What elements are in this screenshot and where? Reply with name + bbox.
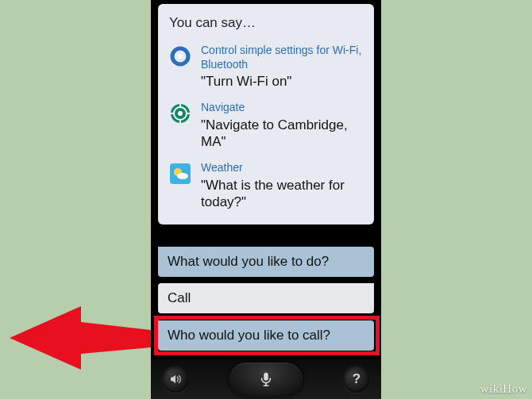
assistant-prompt-bubble: What would you like to do? — [158, 247, 374, 277]
card-title: You can say… — [166, 10, 366, 39]
suggestion-label: Control simple settings for Wi-Fi, Bluet… — [201, 44, 363, 71]
listen-button[interactable] — [162, 366, 189, 393]
suggestion-label: Weather — [201, 161, 363, 175]
suggestion-item[interactable]: Weather "What is the weather for today?" — [166, 156, 366, 217]
help-button[interactable]: ? — [343, 366, 370, 393]
mic-button[interactable] — [229, 363, 303, 396]
phone-frame: You can say… Control simple settings for… — [151, 0, 381, 399]
speaker-icon — [168, 372, 183, 386]
tutorial-arrow-icon — [10, 282, 152, 370]
suggestion-item[interactable]: Control simple settings for Wi-Fi, Bluet… — [166, 39, 366, 96]
weather-icon — [169, 163, 191, 185]
settings-ring-icon — [169, 45, 191, 67]
question-mark-icon: ? — [353, 371, 360, 387]
svg-point-4 — [178, 111, 183, 116]
mic-icon — [257, 370, 275, 388]
svg-point-7 — [177, 173, 188, 179]
suggestion-example: "Navigate to Cambridge, MA" — [201, 117, 363, 151]
svg-marker-9 — [10, 306, 151, 370]
suggestion-example: "What is the weather for today?" — [201, 177, 363, 211]
suggestion-label: Navigate — [201, 101, 363, 115]
suggestion-item[interactable]: Navigate "Navigate to Cambridge, MA" — [166, 96, 366, 156]
suggestion-card: You can say… Control simple settings for… — [158, 4, 374, 224]
svg-point-1 — [178, 54, 183, 59]
suggestion-text: Control simple settings for Wi-Fi, Bluet… — [201, 44, 363, 90]
watermark-label: wikiHow — [480, 382, 527, 396]
navigate-icon — [169, 102, 191, 125]
user-utterance-bubble: Call — [158, 283, 374, 313]
svg-rect-8 — [264, 373, 268, 381]
suggestion-example: "Turn Wi-Fi on" — [201, 73, 363, 90]
bottom-toolbar: ? — [151, 359, 381, 399]
assistant-followup-bubble: Who would you like to call? — [158, 320, 374, 351]
suggestion-text: Navigate "Navigate to Cambridge, MA" — [201, 101, 363, 150]
suggestion-text: Weather "What is the weather for today?" — [201, 161, 363, 210]
